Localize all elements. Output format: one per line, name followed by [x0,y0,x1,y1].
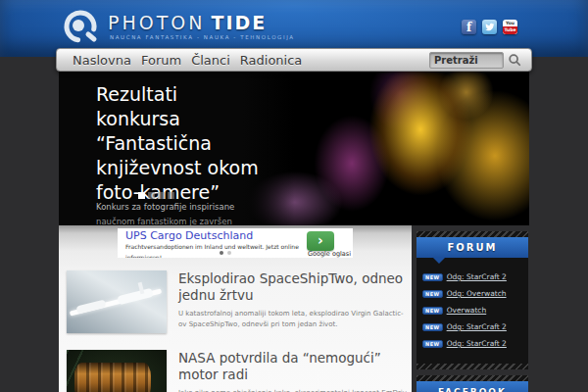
facebook-panel: FACEBOOK [416,375,528,392]
main-column: UPS Cargo Deutschland Frachtversandoptio… [59,225,412,392]
twitter-icon[interactable] [482,20,497,34]
forum-topic-link[interactable]: Overwatch [447,306,487,315]
forum-panel-title: FORUM [447,242,497,253]
hero-slider: Rezultati konkursa “Fantastična književn… [59,71,529,225]
youtube-icon-bottom-text: Tube [503,26,517,34]
article-thumbnail-emdrive[interactable] [67,350,167,392]
hero-caption-line1: Konkurs za fotografije inspirisane [96,202,234,212]
forum-topic-link[interactable]: Odg: StarCraft 2 [447,322,507,331]
article-list: Eksplodirao SpaceShipTwo, odneo jednu žr… [59,258,412,392]
youtube-icon-top-text: You [503,20,517,26]
forum-topic-list: NEW Odg: StarCraft 2 NEW Odg: Overwatch … [416,258,528,364]
slider-pagination [138,192,174,199]
article-title[interactable]: Eksplodirao SpaceShipTwo, odneo jednu žr… [178,270,410,304]
hero-title-line: Rezultati [96,82,282,107]
forum-topic[interactable]: NEW Odg: Overwatch [422,289,522,298]
article-text: NASA potvrdila da “nemogući” motor radi … [178,350,410,392]
slider-dot-2[interactable] [148,192,155,199]
new-badge: NEW [422,290,443,298]
social-links: f You Tube [462,20,517,34]
forum-topic-link[interactable]: Odg: StarCraft 2 [447,272,507,281]
nav-item-clanci[interactable]: Članci [191,53,230,68]
hero-image-fade [243,71,529,225]
nav-item-forum[interactable]: Forum [141,53,181,68]
slider-dot-1[interactable] [138,192,145,199]
forum-topic-link[interactable]: Odg: StarCraft 2 [447,339,507,348]
article-row: NASA potvrdila da “nemogući” motor radi … [67,350,412,392]
article-thumbnail-spaceshiptwo[interactable] [67,270,167,333]
sidebar: FORUM NEW Odg: StarCraft 2 NEW Odg: Over… [416,231,528,392]
ad-dot-active[interactable] [220,251,223,255]
plane-fuselage-shape [75,299,106,314]
nav-item-radionica[interactable]: Radionica [240,53,303,68]
slider-dot-3[interactable] [158,192,165,199]
ad-title-link[interactable]: UPS Cargo Deutschland [125,229,253,242]
ad-dot[interactable] [227,251,231,255]
nav-search [429,51,525,69]
facebook-panel-header: FACEBOOK [416,381,528,392]
logo-tagline: NAUČNA FANTASTIKA - NAUKA - TEHNOLOGIJA [108,34,295,40]
ad-description-line2: informieren! [125,254,162,258]
forum-panel: FORUM NEW Odg: StarCraft 2 NEW Odg: Over… [416,231,528,369]
hero-title-line: konkursa [96,107,282,131]
panel-texture-stripe [416,364,528,369]
logo-title-photon: PHOTON [108,12,205,33]
article-row: Eksplodirao SpaceShipTwo, odneo jednu žr… [67,270,412,333]
youtube-icon[interactable]: You Tube [503,20,517,34]
facebook-panel-title: FACEBOOK [438,387,507,392]
magnifier-icon [508,53,521,67]
photon-tide-logo-icon [61,7,100,46]
forum-topic[interactable]: NEW Odg: StarCraft 2 [422,322,522,331]
logo-title-tide: TIDE [211,12,267,33]
new-badge: NEW [422,340,443,348]
ad-carousel-dots [220,251,231,255]
forum-topic[interactable]: NEW Odg: StarCraft 2 [422,339,522,348]
ad-description: Frachtversandoptionen im Inland und welt… [125,243,299,250]
google-ads-attribution[interactable]: Google oglasi [308,250,351,258]
hero-title-line: “Fantastična [96,131,282,156]
panel-header-notch [432,257,446,264]
engine-ring-details [74,363,151,392]
search-button[interactable] [504,51,525,69]
site-logo[interactable]: PHOTONTIDE NAUČNA FANTASTIKA - NAUKA - T… [61,7,295,46]
article-excerpt: Iako niko nema objašnjenje kako, eksperi… [178,388,410,392]
forum-topic-link[interactable]: Odg: Overwatch [447,289,507,298]
facebook-icon[interactable]: f [462,20,476,34]
nav-item-naslovna[interactable]: Naslovna [73,53,131,68]
hero-caption-line2: naučnom fantastikom je završen [96,217,232,225]
google-ad-banner[interactable]: UPS Cargo Deutschland Frachtversandoptio… [118,228,353,258]
search-input[interactable] [429,52,504,69]
logo-text: PHOTONTIDE NAUČNA FANTASTIKA - NAUKA - T… [108,13,295,40]
article-excerpt: U katastrofalnoj anomaliji tokom leta, e… [178,309,410,330]
forum-panel-header: FORUM [416,237,528,258]
page: PHOTONTIDE NAUČNA FANTASTIKA - NAUKA - T… [0,0,588,392]
new-badge: NEW [422,273,443,281]
article-title[interactable]: NASA potvrdila da “nemogući” motor radi [178,350,410,383]
slider-dot-4[interactable] [168,192,174,199]
forum-topic[interactable]: NEW Overwatch [422,306,522,315]
plane-fuselage-shape [117,288,153,305]
ad-cta-arrow-button[interactable]: › [307,231,334,251]
hero-title[interactable]: Rezultati konkursa “Fantastična književn… [96,82,282,205]
new-badge: NEW [422,323,443,331]
article-text: Eksplodirao SpaceShipTwo, odneo jednu žr… [178,270,410,333]
new-badge: NEW [422,307,443,315]
logo-title: PHOTONTIDE [108,13,295,32]
main-nav: Naslovna Forum Članci Radionica [56,48,532,72]
hero-title-line: književnost okom [96,156,282,180]
forum-topic[interactable]: NEW Odg: StarCraft 2 [422,272,522,281]
twitter-bird-glyph [483,21,496,33]
